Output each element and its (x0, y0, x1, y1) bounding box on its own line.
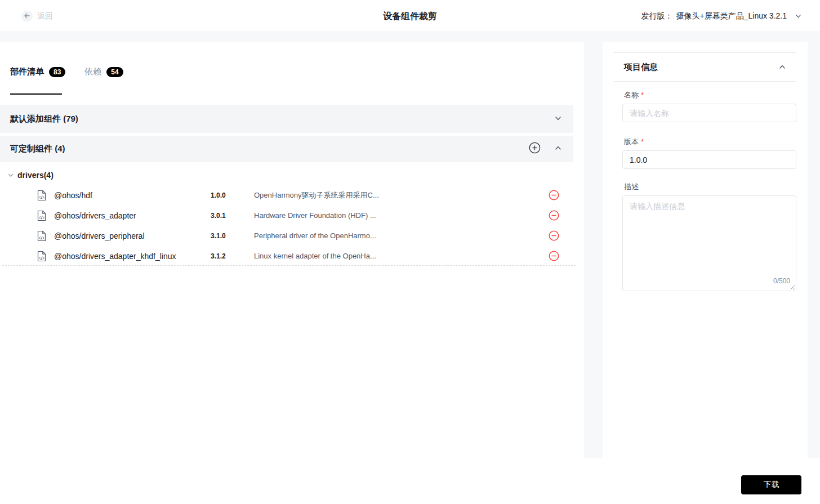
description-textarea[interactable] (623, 196, 796, 291)
char-counter: 0/500 (773, 277, 790, 285)
required-marker: * (641, 137, 644, 146)
code-file-icon (37, 190, 46, 203)
chevron-up-icon[interactable] (778, 63, 786, 71)
minus-circle-icon[interactable] (549, 210, 559, 221)
component-version: 1.0.0 (211, 185, 226, 206)
dashed-divider (2, 265, 576, 266)
chevron-up-icon[interactable] (554, 144, 562, 154)
release-label: 发行版： (641, 11, 673, 21)
version-label: 版本* (624, 137, 644, 147)
tab-label: 部件清单 (10, 66, 44, 77)
resize-grip-icon[interactable] (790, 284, 795, 290)
tree-group-drivers[interactable]: drivers(4) (0, 167, 54, 183)
component-row: @ohos/drivers_adapter_khdf_linux 3.1.2 L… (0, 246, 584, 266)
tab-bar: 部件清单 83 依赖 54 (10, 66, 123, 77)
code-file-icon (37, 251, 46, 264)
top-bar: 返回 设备组件裁剪 发行版： 摄像头+屏幕类产品_Linux 3.2.1 (0, 0, 820, 32)
tree-group-label: drivers(4) (17, 171, 54, 180)
device-component-trim-page: 返回 设备组件裁剪 发行版： 摄像头+屏幕类产品_Linux 3.2.1 部件清… (0, 0, 820, 504)
version-input[interactable] (622, 150, 796, 169)
component-name: @ohos/drivers_peripheral (54, 226, 145, 246)
component-name: @ohos/drivers_adapter_khdf_linux (54, 246, 176, 266)
project-info-header[interactable]: 项目信息 (614, 52, 796, 82)
minus-circle-icon[interactable] (549, 190, 559, 200)
description-label: 描述 (624, 182, 639, 192)
minus-circle-icon[interactable] (549, 251, 559, 261)
chevron-down-icon (795, 12, 802, 20)
required-marker: * (641, 91, 644, 99)
chevron-down-icon[interactable] (554, 114, 562, 124)
component-version: 3.1.2 (211, 246, 226, 266)
release-value: 摄像头+屏幕类产品_Linux 3.2.1 (676, 11, 787, 21)
section-title: 默认添加组件 (79) (10, 114, 78, 124)
component-row: @ohos/hdf 1.0.0 OpenHarmony驱动子系统采用采用C... (0, 185, 584, 206)
component-row: @ohos/drivers_peripheral 3.1.0 Periphera… (0, 226, 584, 246)
download-button[interactable]: 下载 (741, 475, 801, 494)
section-default-components[interactable]: 默认添加组件 (79) (0, 105, 573, 133)
component-description: Peripheral driver of the OpenHarmo... (254, 226, 376, 246)
minus-circle-icon[interactable] (549, 230, 559, 241)
tab-label: 依赖 (84, 66, 101, 77)
section-customizable-components[interactable]: 可定制组件 (4) (0, 136, 573, 162)
component-version: 3.0.1 (211, 206, 226, 226)
code-file-icon (37, 230, 46, 244)
component-description: Hardware Driver Foundation (HDF) ... (254, 206, 376, 226)
component-version: 3.1.0 (211, 226, 226, 246)
plus-circle-icon[interactable] (529, 142, 541, 156)
component-description: OpenHarmony驱动子系统采用采用C... (254, 185, 379, 206)
component-name: @ohos/hdf (54, 185, 92, 206)
code-file-icon (37, 210, 46, 224)
tab-component-list[interactable]: 部件清单 83 (10, 66, 65, 77)
chevron-down-icon[interactable] (7, 172, 14, 179)
description-field: 0/500 (622, 195, 796, 291)
project-info-title: 项目信息 (624, 62, 658, 73)
name-label: 名称* (624, 90, 644, 100)
count-badge: 54 (106, 67, 123, 77)
component-description: Linux kernel adapter of the OpenHa... (254, 246, 376, 266)
name-input[interactable] (622, 104, 796, 122)
component-row: @ohos/drivers_adapter 3.0.1 Hardware Dri… (0, 206, 584, 226)
footer-bar: 下载 (0, 458, 820, 504)
active-tab-underline (10, 93, 62, 95)
count-badge: 83 (49, 67, 65, 77)
section-title: 可定制组件 (4) (10, 144, 65, 154)
component-name: @ohos/drivers_adapter (54, 206, 136, 226)
release-selector[interactable]: 发行版： 摄像头+屏幕类产品_Linux 3.2.1 (641, 0, 802, 32)
component-rows: @ohos/hdf 1.0.0 OpenHarmony驱动子系统采用采用C...… (0, 185, 584, 266)
component-list-panel: 部件清单 83 依赖 54 默认添加组件 (79) 可定制组件 (4) (0, 42, 584, 458)
project-info-panel: 项目信息 名称* 版本* 描述 0/500 (603, 42, 808, 458)
tab-dependencies[interactable]: 依赖 54 (84, 66, 123, 77)
